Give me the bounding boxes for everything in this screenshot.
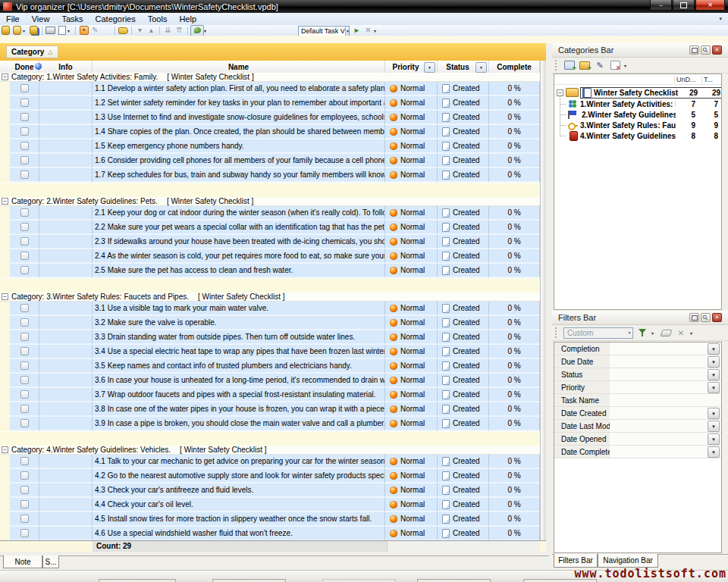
task-checkbox[interactable] bbox=[20, 171, 29, 179]
filters-undock-button[interactable] bbox=[689, 313, 699, 322]
filter-dropdown-arrow[interactable]: ▼ bbox=[708, 433, 720, 445]
menu-view[interactable]: View bbox=[26, 14, 56, 25]
view-filter-icon[interactable] bbox=[190, 25, 204, 36]
view-filter-arrow[interactable]: ▾ bbox=[204, 28, 209, 33]
task-row[interactable]: 4.3 Check your car's antifreeze and flui… bbox=[0, 483, 540, 498]
task-row[interactable]: 2.5 Make sure the pet has access to clea… bbox=[0, 264, 540, 278]
collapse-group-icon[interactable]: − bbox=[2, 198, 8, 205]
collapse-tree-icon[interactable]: − bbox=[557, 89, 563, 96]
task-row[interactable]: 3.2 Make sure the valve is operable.Norm… bbox=[0, 316, 540, 330]
task-checkbox[interactable] bbox=[20, 405, 29, 413]
filter-dropdown-arrow[interactable]: ▼ bbox=[708, 343, 720, 355]
task-checkbox[interactable] bbox=[20, 156, 29, 164]
filter-dropdown-arrow[interactable]: ▼ bbox=[708, 356, 720, 368]
task-checkbox[interactable] bbox=[20, 347, 29, 355]
tree-category-row[interactable]: 4.Winter Safety Guidelines: Ve88 bbox=[554, 130, 721, 141]
filter-dropdown-arrow[interactable]: ▼ bbox=[708, 369, 720, 380]
expand-all-icon[interactable]: ⇊ bbox=[162, 26, 174, 35]
menu-overflow-arrow[interactable]: ▾ bbox=[719, 16, 722, 22]
assign-task-icon[interactable] bbox=[101, 26, 112, 35]
task-checkbox[interactable] bbox=[20, 252, 29, 260]
column-header-name[interactable]: Name bbox=[93, 61, 385, 73]
task-row[interactable]: 1.5 Keep emergency phone numbers handy.N… bbox=[0, 139, 540, 154]
task-checkbox[interactable] bbox=[20, 99, 29, 107]
task-row[interactable]: 1.4 Share copies of the plan. Once creat… bbox=[0, 125, 540, 139]
filter-preset-dropdown-arrow[interactable]: ▼ bbox=[626, 330, 632, 335]
task-row[interactable]: 3.5 Keep names and contact info of trust… bbox=[0, 359, 540, 374]
print-options-arrow[interactable]: ▾ bbox=[67, 28, 73, 33]
task-row[interactable]: 3.6 In case your house is unheated for a… bbox=[0, 374, 540, 388]
save-database-icon[interactable] bbox=[28, 26, 39, 35]
task-row[interactable]: 1.1 Develop a winter safety action plan.… bbox=[0, 82, 540, 96]
task-row[interactable]: 4.5 Install snow tires for more traction… bbox=[0, 512, 540, 527]
task-row[interactable]: 1.2 Set winter safety reminder for key t… bbox=[0, 96, 540, 111]
filters-close-button[interactable]: ✕ bbox=[712, 313, 722, 322]
task-row[interactable]: 3.4 Use a special electric heat tape to … bbox=[0, 345, 540, 359]
group-header-row[interactable]: −Category: 3.Winter Safety Rules: Faucet… bbox=[0, 293, 540, 302]
menu-tasks[interactable]: Tasks bbox=[55, 14, 89, 25]
task-checkbox[interactable] bbox=[20, 457, 29, 465]
move-down-icon[interactable]: ▾ bbox=[134, 26, 146, 35]
move-up-icon[interactable]: ▴ bbox=[146, 26, 157, 35]
categories-close-button[interactable]: ✕ bbox=[712, 45, 722, 55]
new-task-icon[interactable]: + bbox=[78, 26, 89, 35]
tab-filters-bar[interactable]: Filters Bar bbox=[554, 554, 598, 568]
categories-undock-button[interactable] bbox=[689, 45, 699, 55]
filter-preset-combo[interactable]: Custom ▼ bbox=[563, 327, 633, 339]
minimize-button[interactable]: – bbox=[650, 0, 672, 11]
tree-category-row[interactable]: 3.Winter Safety Rules: Faucet99 bbox=[554, 120, 721, 130]
view-options-arrow[interactable]: ▾ bbox=[374, 28, 379, 33]
task-checkbox[interactable] bbox=[20, 223, 29, 231]
tree-root-row[interactable]: −Winter Safety Checklist2929 bbox=[554, 86, 721, 99]
collapse-all-icon[interactable]: ⇈ bbox=[174, 26, 185, 35]
task-checkbox[interactable] bbox=[20, 390, 29, 399]
task-checkbox[interactable] bbox=[20, 318, 29, 327]
categories-pin-button[interactable]: ⚲ bbox=[701, 45, 711, 55]
remove-view-icon[interactable]: ✕ bbox=[362, 26, 374, 35]
task-row[interactable]: 2.2 Make sure your pet wears a special c… bbox=[0, 221, 540, 235]
status-filter-dropdown[interactable]: ▼ bbox=[475, 62, 487, 73]
collapse-group-icon[interactable]: − bbox=[2, 446, 8, 453]
task-row[interactable]: 3.8 In case one of the water pipes in yo… bbox=[0, 402, 540, 417]
task-row[interactable]: 1.7 Keep schedules for bus, train and su… bbox=[0, 168, 540, 183]
task-row[interactable]: 2.1 Keep your dog or cat indoor during t… bbox=[0, 206, 540, 221]
toolbar-drag-handle[interactable] bbox=[555, 327, 559, 338]
tree-category-row[interactable]: 1.Winter Safety Activities: Fam77 bbox=[554, 99, 721, 109]
task-checkbox[interactable] bbox=[20, 500, 29, 508]
edit-category-icon[interactable]: ✎ bbox=[594, 60, 606, 70]
total-column-header[interactable]: T... bbox=[701, 76, 721, 83]
filter-dropdown-arrow[interactable]: ▼ bbox=[708, 382, 720, 393]
task-checkbox[interactable] bbox=[20, 515, 29, 523]
filter-dropdown-arrow[interactable]: ▼ bbox=[708, 421, 720, 432]
selected-task-list[interactable]: Winter Safety Checklist2929 bbox=[580, 87, 722, 99]
filters-toolbar-options-arrow[interactable]: ▾ bbox=[690, 330, 695, 336]
priority-filter-dropdown[interactable]: ▼ bbox=[424, 62, 435, 73]
task-row[interactable]: 1.3 Use Internet to find and investigate… bbox=[0, 111, 540, 125]
task-row[interactable]: 4.6 Use a special windshield washer flui… bbox=[0, 527, 540, 540]
task-checkbox[interactable] bbox=[20, 529, 29, 537]
filter-dropdown-arrow[interactable]: ▼ bbox=[708, 408, 720, 419]
task-checkbox[interactable] bbox=[20, 237, 29, 246]
new-database-icon[interactable] bbox=[0, 26, 11, 35]
task-checkbox[interactable] bbox=[20, 471, 29, 480]
menu-file[interactable]: File bbox=[0, 14, 26, 25]
task-row[interactable]: 3.1 Use a visible tag to mark your main … bbox=[0, 302, 540, 316]
menu-help[interactable]: Help bbox=[173, 14, 202, 25]
task-checkbox[interactable] bbox=[20, 304, 29, 312]
undone-column-header[interactable]: UnD... bbox=[674, 76, 701, 83]
remove-filter-icon[interactable]: ✕ bbox=[675, 327, 687, 338]
task-row[interactable]: 2.3 If sidewalks around your house have … bbox=[0, 235, 540, 249]
close-button[interactable]: ✕ bbox=[695, 0, 725, 11]
column-header-complete[interactable]: Complete bbox=[489, 61, 540, 73]
toolbar-drag-handle[interactable] bbox=[555, 60, 559, 70]
task-checkbox[interactable] bbox=[20, 419, 29, 427]
task-checkbox[interactable] bbox=[20, 486, 29, 494]
notes-icon[interactable] bbox=[118, 26, 129, 35]
menu-categories[interactable]: Categories bbox=[89, 14, 142, 25]
apply-view-icon[interactable]: ► bbox=[351, 26, 362, 35]
clear-filter-icon[interactable] bbox=[660, 327, 672, 338]
task-view-combo[interactable]: Default Task V ▼ bbox=[298, 26, 350, 36]
task-checkbox[interactable] bbox=[20, 266, 29, 274]
collapse-group-icon[interactable]: − bbox=[2, 293, 8, 300]
group-header-row[interactable]: −Category: 1.Winter Safety Activities: F… bbox=[0, 73, 540, 82]
